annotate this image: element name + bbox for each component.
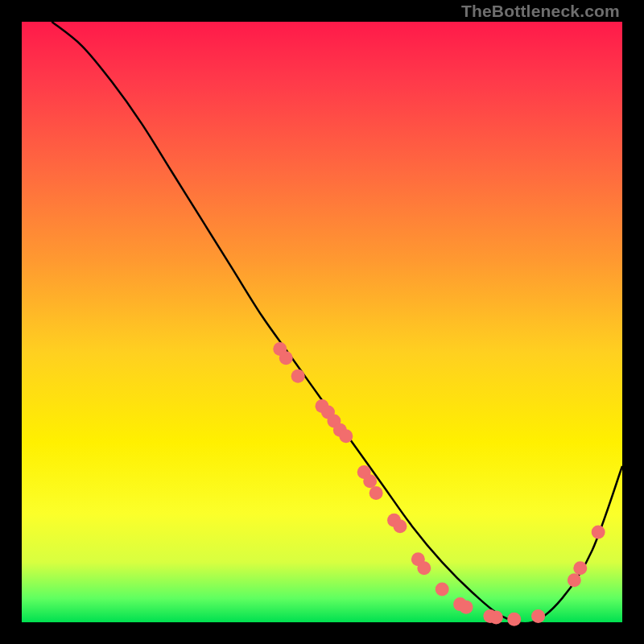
data-point: [592, 526, 605, 539]
data-point: [393, 519, 407, 533]
data-point: [417, 561, 431, 575]
data-point: [460, 601, 473, 614]
chart-svg: [22, 22, 622, 622]
data-point: [573, 561, 587, 575]
data-point: [436, 582, 449, 596]
data-point: [363, 474, 377, 488]
data-point: [531, 609, 545, 623]
data-point: [489, 611, 503, 625]
chart-frame: [22, 22, 622, 622]
data-point: [279, 351, 293, 365]
watermark-text: TheBottleneck.com: [461, 2, 620, 21]
data-point: [339, 429, 353, 443]
data-point: [291, 369, 305, 383]
data-point: [507, 613, 521, 626]
data-point: [568, 573, 581, 587]
data-markers: [273, 342, 605, 626]
data-point: [369, 486, 383, 500]
bottleneck-curve: [52, 22, 622, 623]
